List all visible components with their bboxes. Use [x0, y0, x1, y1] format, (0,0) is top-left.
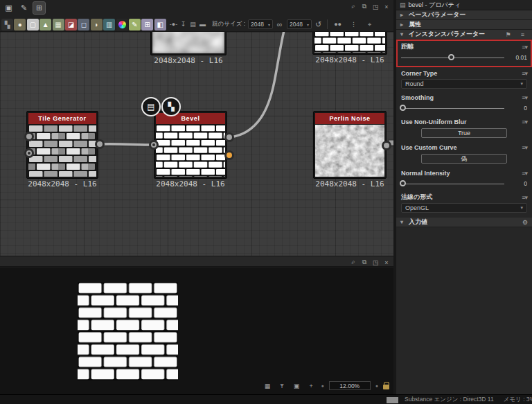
maximize-icon[interactable]: ◳ [372, 259, 379, 266]
dot-node-tool-icon[interactable]: -●- [169, 19, 178, 30]
output-port[interactable] [224, 132, 234, 142]
dot-separator: ● [375, 383, 378, 388]
distance-slider[interactable] [401, 58, 504, 58]
parent-width-dropdown[interactable]: 2048▾ [248, 19, 273, 29]
param-menu-icon[interactable]: ≡▾ [522, 70, 527, 77]
chevron-down-icon: ▾ [307, 22, 309, 27]
directional-warp-node-icon[interactable]: ▲ [39, 19, 51, 30]
warp-node-icon[interactable]: ◗ [91, 19, 103, 30]
parent-height-dropdown[interactable]: 2048▾ [287, 19, 312, 29]
section-menu-icon[interactable]: ≡ [518, 28, 527, 40]
blur-node-icon[interactable]: ● [14, 19, 26, 30]
section-input-values[interactable]: ▾ 入力値 ⚙ [396, 218, 532, 227]
slope-blur-node-icon[interactable]: ▦ [53, 19, 64, 30]
pin-comment-tool-icon[interactable]: ↧ [179, 19, 188, 30]
output-port[interactable] [382, 141, 391, 150]
param-menu-icon[interactable]: ≡▾ [522, 194, 527, 201]
fill-node-icon[interactable]: ◪ [65, 19, 77, 30]
node-thumbnail [156, 125, 225, 177]
snap-target-icon[interactable]: ⌖ [365, 19, 374, 30]
distance-param-group: 距離 ≡▾ 0.01 [396, 39, 532, 67]
distance-value[interactable]: 0.01 [509, 54, 527, 61]
chevron-down-icon: ▾ [400, 31, 405, 37]
param-menu-icon[interactable]: ≡▾ [522, 94, 527, 101]
normal-intensity-slider[interactable] [401, 184, 504, 184]
section-base-parameters[interactable]: ▸ ベースパラメーター [396, 10, 532, 20]
pin-icon[interactable]: ♀ [348, 257, 359, 267]
float-window-icon[interactable]: ⧉ [361, 258, 368, 266]
node-size-label: 2048x2048 - L16 [146, 179, 235, 188]
center-crosshair-icon[interactable]: + [307, 380, 316, 392]
param-label: Normal Intensity [401, 170, 450, 177]
node-partial-noise[interactable]: 2048x2048 - L16 [150, 32, 227, 55]
input-port[interactable] [149, 140, 159, 150]
preset-flag-icon[interactable]: ⚑ [504, 28, 513, 40]
node-perlin-noise[interactable]: Perlin Noise 2048x2048 - L16 [313, 111, 387, 179]
engine-status: Substance エンジン : Direct3D 11 [405, 396, 494, 404]
output-port-selected[interactable] [224, 150, 234, 160]
comment-tool-icon[interactable]: ▬ [198, 19, 207, 30]
param-menu-icon[interactable]: ≡▾ [522, 170, 527, 177]
chevron-down-icon: ▾ [268, 22, 270, 27]
node-thumbnail [152, 32, 224, 53]
input-port[interactable] [24, 132, 34, 141]
smoothing-slider[interactable] [401, 108, 504, 109]
pin-icon[interactable]: ♀ [348, 1, 359, 12]
param-menu-icon[interactable]: ≡▾ [522, 144, 527, 151]
uniform-color-node-icon[interactable]: ▚ [1, 19, 13, 30]
chevron-right-icon: ▸ [400, 21, 405, 28]
frame-tool-icon[interactable]: ▤ [188, 19, 197, 30]
dots-options-icon[interactable]: ●● [333, 19, 342, 30]
maximize-icon[interactable]: ◳ [372, 3, 379, 10]
close-icon[interactable]: × [383, 3, 390, 10]
node-doc-button[interactable]: ▤ [141, 97, 161, 116]
normal-intensity-value[interactable]: 0 [509, 180, 527, 187]
blend-node-icon[interactable]: ▢ [27, 19, 39, 30]
node-bevel[interactable]: Bevel 2048x2048 - L16 [154, 111, 227, 179]
normal-intensity-param-group: Normal Intensity ≡▾ 0 [396, 167, 532, 191]
slider-handle[interactable] [400, 180, 406, 186]
param-menu-icon[interactable]: ≡▾ [522, 44, 527, 51]
node-tile-generator[interactable]: Tile Generator 2048x2048 - L16 [26, 111, 98, 179]
normal-format-dropdown[interactable]: OpenGL ▾ [401, 203, 527, 213]
gradient-map-node-icon[interactable] [116, 19, 128, 30]
corner-type-dropdown[interactable]: Round ▾ [401, 79, 527, 89]
levels-node-icon[interactable]: ▥ [103, 19, 115, 30]
gear-icon[interactable]: ⚙ [522, 219, 528, 226]
link-size-icon[interactable]: ∞ [275, 19, 284, 30]
non-uniform-blur-toggle[interactable]: True [421, 128, 507, 138]
view2d-header: ♀⧉◳× [0, 256, 393, 267]
transform-2d-icon[interactable]: Ŧ [278, 380, 287, 392]
more-options-icon[interactable]: ⋮ [349, 19, 358, 30]
file-toolbar: ▣✎⊞ [3, 2, 45, 14]
paint-tool-icon[interactable]: ✎ [18, 2, 30, 14]
transform-node-icon[interactable]: ◻ [78, 19, 89, 30]
fit-frame-icon[interactable]: ▣ [292, 380, 301, 392]
texture-preview-2d [78, 282, 178, 380]
slider-handle[interactable] [400, 105, 406, 111]
param-menu-icon[interactable]: ≡▾ [522, 118, 527, 125]
float-window-icon[interactable]: ⧉ [361, 3, 368, 10]
grid-toggle-icon[interactable]: ▦ [263, 380, 272, 392]
input-port[interactable] [24, 148, 34, 158]
output-port[interactable] [95, 139, 105, 149]
node-preview-button[interactable]: ▚ [161, 97, 181, 116]
node-type-toolbar: ▚●▢▲▦◪◻◗▥✎⊞◧ -●-↧▤▬ 親のサイズ : 2048▾ ∞ 2048… [1, 18, 375, 30]
section-instance-parameters[interactable]: ▾ インスタンスパラメーター ⚑≡ [396, 30, 532, 39]
grid-view-icon[interactable]: ⊞ [33, 2, 45, 14]
merge-node-icon[interactable]: ◧ [154, 19, 166, 30]
split-node-icon[interactable]: ⊞ [141, 19, 153, 30]
node-partial-bricks[interactable]: 2048x2048 - L16 [312, 32, 387, 55]
zoom-level-field[interactable]: 12.00% [329, 381, 371, 390]
curve-node-icon[interactable]: ✎ [129, 19, 141, 30]
smoothing-value[interactable]: 0 [509, 105, 527, 112]
close-icon[interactable]: × [383, 259, 390, 266]
custom-curve-toggle[interactable]: 偽 [421, 154, 507, 164]
reset-size-icon[interactable]: ↺ [314, 19, 323, 30]
dot-separator: ● [321, 383, 324, 388]
view2d-canvas[interactable]: ▦Ŧ▣+ ● 12.00% ● [0, 267, 393, 394]
lock-icon[interactable] [383, 385, 389, 389]
slider-handle[interactable] [448, 54, 454, 60]
node-graph-canvas[interactable]: 2048x2048 - L16 2048x2048 - L16 Tile Gen… [0, 32, 393, 256]
new-document-icon[interactable]: ▣ [3, 2, 15, 14]
